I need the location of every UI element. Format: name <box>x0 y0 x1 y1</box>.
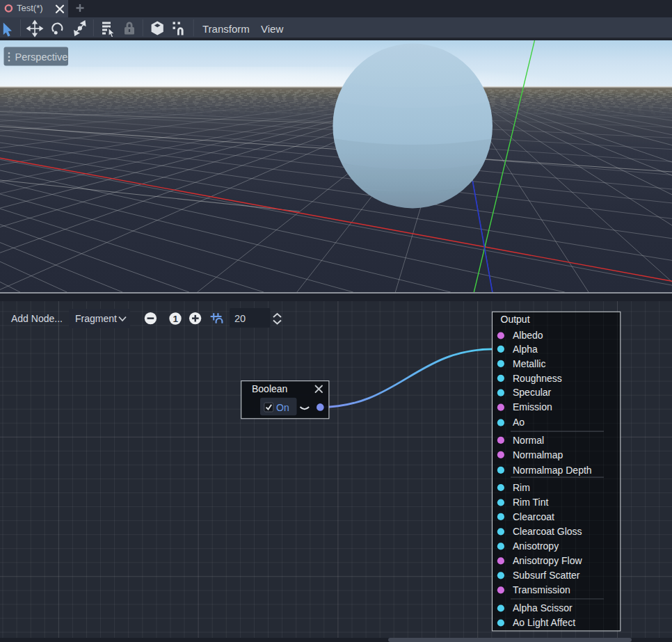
svg-text:Clearcoat: Clearcoat <box>513 511 554 522</box>
svg-text:Ao: Ao <box>513 417 525 428</box>
svg-text:Boolean: Boolean <box>252 383 287 394</box>
svg-text:Normalmap Depth: Normalmap Depth <box>513 465 592 476</box>
svg-text:Rim Tint: Rim Tint <box>513 497 548 508</box>
svg-text:Specular: Specular <box>513 387 552 398</box>
svg-text:Anisotropy Flow: Anisotropy Flow <box>513 555 582 566</box>
svg-text:On: On <box>276 402 289 413</box>
svg-text:Metallic: Metallic <box>513 358 545 369</box>
svg-text:Normal: Normal <box>513 435 544 446</box>
svg-text:Ao Light Affect: Ao Light Affect <box>513 617 575 628</box>
svg-text:Roughness: Roughness <box>513 373 562 384</box>
svg-text:Perspective: Perspective <box>15 51 68 63</box>
svg-text:1: 1 <box>173 314 179 324</box>
svg-text:Albedo: Albedo <box>513 330 543 341</box>
svg-text:Transmission: Transmission <box>513 584 570 595</box>
svg-text:20: 20 <box>234 313 246 324</box>
svg-text:Alpha: Alpha <box>513 344 538 355</box>
svg-text:Normalmap: Normalmap <box>513 449 563 460</box>
svg-text:Output: Output <box>501 314 530 325</box>
svg-text:Anisotropy: Anisotropy <box>513 540 559 552</box>
svg-text:Subsurf Scatter: Subsurf Scatter <box>513 570 580 581</box>
svg-text:Alpha Scissor: Alpha Scissor <box>513 602 573 613</box>
svg-text:Rim: Rim <box>513 482 530 493</box>
svg-text:Clearcoat Gloss: Clearcoat Gloss <box>513 526 582 537</box>
svg-text:Emission: Emission <box>513 401 552 412</box>
